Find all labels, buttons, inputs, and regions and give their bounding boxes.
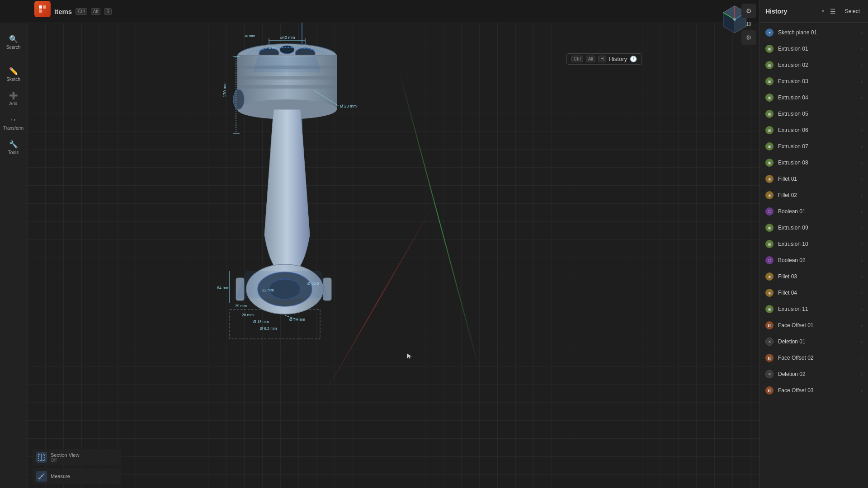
history-item-arrow-fillet-04: › bbox=[861, 291, 863, 296]
history-item-arrow-extrusion-04: › bbox=[861, 95, 863, 100]
history-item-face-offset-01[interactable]: ◧Face Offset 01› bbox=[760, 317, 868, 333]
history-item-icon-extrusion-11: ▣ bbox=[765, 305, 774, 313]
history-item-name-boolean-02: Boolean 02 bbox=[778, 257, 857, 263]
main-viewport[interactable]: 170 mm ⌀40 mm Ø 28 mm 10 mm 1 mm Ø 44 bbox=[27, 23, 760, 488]
history-item-arrow-face-offset-02: › bbox=[861, 356, 863, 361]
svg-rect-1 bbox=[43, 5, 46, 9]
items-shortcut-s: S bbox=[104, 8, 112, 15]
history-item-name-face-offset-01: Face Offset 01 bbox=[778, 322, 857, 328]
history-item-extrusion-04[interactable]: ▣Extrusion 04› bbox=[760, 89, 868, 106]
history-item-name-extrusion-07: Extrusion 07 bbox=[778, 143, 857, 150]
section-view-status: Off bbox=[51, 458, 79, 463]
history-item-extrusion-09[interactable]: ▣Extrusion 09› bbox=[760, 220, 868, 236]
left-tools-sidebar: 🔍 Search ✏️ Sketch ➕ Add ↔️ Transform 🔧 … bbox=[0, 23, 27, 488]
history-panel: History ▾ ☰ Select ✦Sketch plane 01›▣Ext… bbox=[760, 0, 868, 488]
transform-tool[interactable]: ↔️ Transform bbox=[2, 113, 25, 133]
tools-tool[interactable]: 🔧 Tools bbox=[2, 137, 25, 158]
history-item-extrusion-03[interactable]: ▣Extrusion 03› bbox=[760, 73, 868, 89]
svg-text:1 mm: 1 mm bbox=[269, 46, 278, 50]
transform-icon: ↔️ bbox=[9, 115, 18, 124]
measure-item[interactable]: Measure bbox=[33, 468, 121, 484]
history-item-arrow-extrusion-10: › bbox=[861, 242, 863, 247]
history-item-face-offset-02[interactable]: ◧Face Offset 02› bbox=[760, 350, 868, 366]
view-settings-icon-btn[interactable]: ⚙ bbox=[741, 30, 756, 45]
hint-alt: Alt bbox=[586, 56, 596, 62]
history-item-boolean-02[interactable]: ⬡Boolean 02› bbox=[760, 252, 868, 268]
search-tool[interactable]: 🔍 Search bbox=[2, 32, 25, 52]
section-view-text: Section View Off bbox=[51, 452, 79, 463]
history-item-name-extrusion-09: Extrusion 09 bbox=[778, 225, 857, 231]
right-icon-column: ⚙ 10 ⚙ bbox=[738, 0, 760, 54]
history-item-fillet-02[interactable]: ◉Fillet 02› bbox=[760, 187, 868, 203]
tools-icon: 🔧 bbox=[9, 140, 18, 149]
history-item-extrusion-07[interactable]: ▣Extrusion 07› bbox=[760, 138, 868, 155]
history-item-extrusion-11[interactable]: ▣Extrusion 11› bbox=[760, 301, 868, 317]
history-item-icon-fillet-03: ◉ bbox=[765, 272, 774, 281]
history-item-boolean-01[interactable]: ⬡Boolean 01› bbox=[760, 203, 868, 220]
history-item-arrow-face-offset-03: › bbox=[861, 388, 863, 393]
history-item-deletion-02[interactable]: ✕Deletion 02› bbox=[760, 366, 868, 382]
bottom-left-status: Section View Off Measure bbox=[27, 443, 127, 488]
history-item-name-extrusion-06: Extrusion 06 bbox=[778, 127, 857, 133]
section-view-label: Section View bbox=[51, 452, 79, 458]
sketch-tool[interactable]: ✏️ Sketch bbox=[2, 64, 25, 84]
svg-text:10 mm: 10 mm bbox=[244, 34, 255, 38]
history-item-name-deletion-02: Deletion 02 bbox=[778, 371, 857, 377]
history-item-icon-deletion-02: ✕ bbox=[765, 370, 774, 378]
history-select-button[interactable]: Select bbox=[842, 7, 863, 16]
history-item-arrow-fillet-03: › bbox=[861, 274, 863, 279]
svg-text:29 mm: 29 mm bbox=[235, 304, 247, 308]
history-item-extrusion-01[interactable]: ▣Extrusion 01› bbox=[760, 41, 868, 57]
history-dropdown-icon[interactable]: ▾ bbox=[822, 9, 824, 14]
svg-text:Ø 28 mm: Ø 28 mm bbox=[340, 104, 357, 108]
history-item-name-extrusion-03: Extrusion 03 bbox=[778, 78, 857, 84]
history-item-extrusion-08[interactable]: ▣Extrusion 08› bbox=[760, 155, 868, 171]
history-filter-icon[interactable]: ☰ bbox=[828, 6, 839, 17]
svg-text:Ø 6.2 mm: Ø 6.2 mm bbox=[260, 326, 277, 331]
history-item-arrow-deletion-01: › bbox=[861, 339, 863, 344]
history-item-icon-fillet-01: ◉ bbox=[765, 175, 774, 183]
history-item-icon-extrusion-03: ▣ bbox=[765, 77, 774, 85]
history-item-fillet-04[interactable]: ◉Fillet 04› bbox=[760, 285, 868, 301]
add-label: Add bbox=[9, 101, 18, 106]
history-item-sketch-plane-01[interactable]: ✦Sketch plane 01› bbox=[760, 24, 868, 41]
history-item-icon-extrusion-06: ▣ bbox=[765, 126, 774, 134]
svg-text:64 mm: 64 mm bbox=[217, 286, 230, 290]
history-hint-label: History bbox=[609, 56, 627, 62]
history-item-icon-face-offset-02: ◧ bbox=[765, 354, 774, 362]
history-item-arrow-boolean-01: › bbox=[861, 209, 863, 214]
measure-icon bbox=[36, 471, 47, 482]
search-icon: 🔍 bbox=[9, 34, 18, 43]
history-item-icon-sketch-plane-01: ✦ bbox=[765, 28, 774, 37]
svg-rect-2 bbox=[39, 9, 42, 13]
transform-label: Transform bbox=[3, 126, 24, 131]
tools-label: Tools bbox=[8, 150, 19, 155]
add-icon: ➕ bbox=[9, 91, 18, 100]
items-label[interactable]: Items bbox=[54, 8, 72, 15]
items-shortcut-alt: Alt bbox=[91, 8, 101, 15]
history-item-face-offset-03[interactable]: ◧Face Offset 03› bbox=[760, 382, 868, 399]
history-shortcut-hint: Ctrl Alt H History 🕐 bbox=[566, 53, 642, 65]
svg-rect-11 bbox=[237, 85, 337, 89]
settings-icon-btn[interactable]: ⚙ bbox=[741, 4, 756, 18]
history-item-extrusion-05[interactable]: ▣Extrusion 05› bbox=[760, 106, 868, 122]
zoom-label: 10 bbox=[746, 22, 751, 27]
history-item-fillet-01[interactable]: ◉Fillet 01› bbox=[760, 171, 868, 187]
svg-text:Ø 13 mm: Ø 13 mm bbox=[253, 319, 269, 324]
history-item-extrusion-02[interactable]: ▣Extrusion 02› bbox=[760, 57, 868, 73]
history-item-name-extrusion-11: Extrusion 11 bbox=[778, 306, 857, 312]
history-item-icon-extrusion-10: ▣ bbox=[765, 240, 774, 248]
history-item-extrusion-06[interactable]: ▣Extrusion 06› bbox=[760, 122, 868, 138]
history-item-name-deletion-01: Deletion 01 bbox=[778, 338, 857, 345]
history-item-deletion-01[interactable]: ✕Deletion 01› bbox=[760, 333, 868, 350]
history-item-extrusion-10[interactable]: ▣Extrusion 10› bbox=[760, 236, 868, 252]
section-view-item[interactable]: Section View Off bbox=[33, 449, 121, 465]
svg-rect-0 bbox=[39, 5, 42, 9]
add-tool[interactable]: ➕ Add bbox=[2, 88, 25, 109]
history-item-name-extrusion-05: Extrusion 05 bbox=[778, 111, 857, 117]
history-item-name-fillet-03: Fillet 03 bbox=[778, 273, 857, 280]
sketch-icon: ✏️ bbox=[9, 66, 18, 75]
history-item-arrow-extrusion-08: › bbox=[861, 160, 863, 165]
history-item-icon-face-offset-01: ◧ bbox=[765, 321, 774, 329]
history-item-fillet-03[interactable]: ◉Fillet 03› bbox=[760, 268, 868, 285]
